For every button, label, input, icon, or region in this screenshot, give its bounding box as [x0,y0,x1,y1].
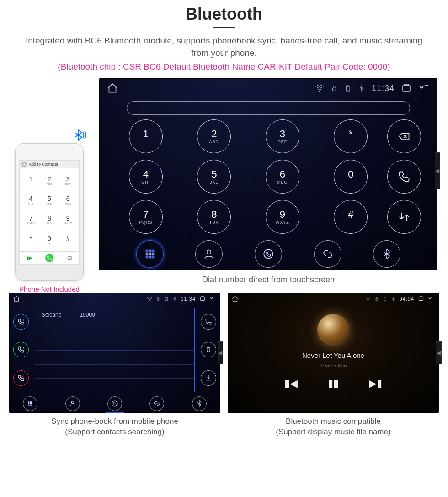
plus-icon: + [21,162,27,167]
back-icon[interactable] [428,295,435,303]
phonebook-left-actions [9,305,33,394]
status-bar: 04:04 [228,293,439,305]
dial-key-1[interactable]: 1 [129,119,163,153]
nav-pair-button[interactable] [149,396,164,411]
svg-rect-16 [30,402,31,403]
next-track-button[interactable]: ▶▮ [369,378,382,389]
header: Bluetooth Integrated with BC6 Bluetooth … [0,5,448,72]
nav-keypad-button[interactable] [23,396,37,411]
nav-contacts-button[interactable] [65,396,80,411]
home-icon[interactable] [107,82,118,94]
svg-rect-15 [28,402,30,403]
lock-icon [331,85,338,92]
dial-key-#[interactable]: # [334,200,368,234]
phone-key-8: 8TUV [40,210,59,230]
nav-contacts-button[interactable] [195,240,223,268]
phone-key-5: 5JKL [40,190,59,210]
call-button-icon [45,254,53,262]
bluetooth-specs: (Bluetooth chip : CSR BC6 Default Blueto… [0,62,448,72]
download-contacts-button[interactable] [201,370,216,386]
dial-key-2[interactable]: 2ABC [197,119,231,153]
contact-row[interactable]: Seicane 10000 [35,308,194,322]
nav-call-log-button[interactable] [107,396,122,411]
backspace-button[interactable] [387,119,421,153]
recents-icon[interactable] [418,296,424,302]
dial-key-7[interactable]: 7PQRS [129,200,163,234]
svg-rect-8 [152,250,154,252]
lock-icon [156,297,160,301]
wifi-icon [147,296,152,302]
nav-keypad-button[interactable] [136,240,164,268]
track-artist: Joseph Koo [320,363,347,368]
back-icon[interactable] [418,82,430,94]
phonebook-caption: Sync phone-book from mobile phone (Suppo… [9,416,220,438]
svg-rect-10 [149,253,151,255]
call-button[interactable] [387,160,421,194]
music-caption-line1: Bluetooth music compatible [228,416,439,427]
phonebook-right-actions [197,305,220,394]
missed-call-button[interactable] [13,370,29,386]
wifi-icon [365,296,371,302]
number-display[interactable] [127,101,410,115]
playback-controls: ▮◀ ▮▮ ▶▮ [284,378,382,389]
dial-key-3[interactable]: 3DEF [266,119,299,153]
action-column [387,119,421,234]
outgoing-call-button[interactable] [13,314,29,330]
wifi-icon [315,84,324,93]
nav-pair-button[interactable] [314,240,341,268]
dial-contact-button[interactable] [201,314,216,330]
dial-key-0[interactable]: 0 [334,160,368,194]
dial-key-6[interactable]: 6MBO [266,160,299,194]
recents-icon[interactable] [401,83,412,94]
add-contact-label: Add to Contacts [29,162,58,167]
phone-key-*: * [21,230,40,249]
contact-name: Seicane [42,312,61,318]
nav-bluetooth-button[interactable] [373,240,400,268]
nav-call-log-button[interactable] [255,240,282,268]
phone-key-3: 3DEF [59,170,77,190]
svg-rect-17 [31,402,32,403]
phone-key-1: 1 [21,170,40,190]
nav-bluetooth-button[interactable] [192,396,207,411]
swap-button[interactable] [387,200,421,234]
home-icon[interactable] [231,295,239,303]
phone-key-9: 9WXYZ [59,210,77,230]
back-icon[interactable] [209,295,217,303]
dialer-caption: Dial number direct from touchscreen [99,275,437,285]
phonebook-headunit: 11:34 Seicane 10000 [9,293,220,413]
phone-keypad: 1 2ABC3DEF4GHI5JKL6MNO7PQRS8TUV9WXYZ* 0+… [20,168,79,251]
edge-drawer-handle[interactable]: ◀ [218,341,223,364]
dial-key-4[interactable]: 4GHI [129,160,163,194]
edge-drawer-handle[interactable]: ◀ [435,152,440,189]
contact-list[interactable]: Seicane 10000 [35,308,195,392]
sd-icon [383,297,387,301]
svg-rect-6 [146,250,148,252]
dialer-headunit: 11:34 1 2ABC3DEF* 4GHI5JKL6MBO0 7PQRS8TU… [99,78,437,270]
sd-icon [164,297,169,301]
dial-key-*[interactable]: * [334,119,368,153]
delete-contact-button[interactable] [201,342,216,357]
album-art [315,312,351,348]
home-icon[interactable] [13,295,20,303]
dial-key-5[interactable]: 5JKL [197,160,231,194]
dial-key-8[interactable]: 8TUV [197,200,231,234]
dial-key-9[interactable]: 9WXYZ [266,200,299,234]
music-headunit: 04:04 Never Let You Alone Joseph Koo ▮◀ … [228,293,439,413]
svg-rect-23 [31,405,32,406]
dialer-nav [99,234,437,273]
svg-rect-13 [149,256,151,258]
prev-track-button[interactable]: ▮◀ [284,378,298,389]
music-caption: Bluetooth music compatible (Support disp… [228,416,439,438]
svg-rect-18 [28,403,30,405]
bluetooth-icon [172,297,177,301]
incoming-call-button[interactable] [13,342,29,357]
contact-row-empty [35,351,194,365]
edge-drawer-handle[interactable]: ◀ [436,341,442,364]
phone-key-0: 0+ [40,230,59,249]
music-panel: 04:04 Never Let You Alone Joseph Koo ▮◀ … [228,293,439,438]
contact-row-empty [35,336,194,351]
play-pause-button[interactable]: ▮▮ [328,378,339,389]
status-bar: 11:34 [9,293,220,305]
recents-icon[interactable] [199,296,206,302]
phone-key-7: 7PQRS [21,210,40,230]
